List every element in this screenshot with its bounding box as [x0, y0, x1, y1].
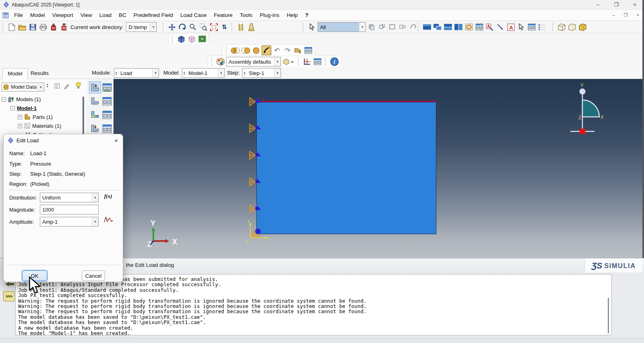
redo-icon[interactable]: ↷ [283, 46, 292, 55]
menu-help[interactable]: Help [283, 10, 301, 21]
step-combo[interactable]: ▴▾ Step-1 ▾ [242, 68, 281, 78]
chevron-down-icon[interactable]: ▾ [274, 69, 281, 77]
tile-horizontal-icon[interactable] [443, 22, 453, 32]
menu-load[interactable]: Load [96, 10, 115, 21]
close-button[interactable]: × [625, 0, 644, 10]
cancel-button[interactable]: Cancel [82, 270, 105, 281]
translucency-icon[interactable] [282, 57, 295, 67]
menu-feature[interactable]: Feature [210, 10, 236, 21]
mdi-document-icon[interactable] [2, 12, 9, 19]
edit-annotation-cursor-icon[interactable] [516, 22, 526, 32]
section-view-icon[interactable] [302, 57, 312, 67]
open-database-icon[interactable] [17, 22, 27, 32]
toolbar-grip[interactable] [163, 23, 165, 31]
solid-cube-icon[interactable] [176, 34, 186, 44]
view-options-icon[interactable] [236, 22, 246, 32]
load-manager-button[interactable] [101, 81, 113, 94]
annotation-manager-icon[interactable] [527, 22, 537, 32]
menu-view[interactable]: View [77, 10, 96, 21]
combine-intersect-icon[interactable] [241, 46, 250, 55]
display-group-manager-icon[interactable] [313, 57, 322, 67]
dashed-cube-icon[interactable] [187, 34, 196, 44]
run-script-icon[interactable] [49, 22, 58, 32]
tree-scope-combo[interactable]: Model Data ▾ [2, 83, 44, 91]
create-load-case-button[interactable] [89, 123, 101, 135]
amplitude-combo[interactable]: Amp-1 ▾ [40, 217, 99, 227]
combine-single-icon[interactable] [251, 46, 261, 55]
maximize-viewport-icon[interactable] [422, 22, 432, 32]
create-predefined-field-button[interactable] [89, 109, 101, 121]
print-icon[interactable] [38, 22, 48, 32]
tab-model[interactable]: Model [2, 68, 28, 79]
toolbar-grip[interactable] [231, 23, 233, 31]
selection-manager-icon[interactable] [303, 46, 313, 55]
new-model-database-icon[interactable] [7, 22, 17, 32]
work-directory-combo[interactable]: D:\temp ▾ [126, 22, 157, 32]
menu-load-case[interactable]: Load Case [177, 10, 210, 21]
fx-expression-button[interactable]: f(x) [104, 193, 112, 200]
menu-plug-ins[interactable]: Plug-ins [256, 10, 283, 21]
rotate-view-icon[interactable] [178, 22, 187, 32]
chevron-down-icon[interactable]: ▾ [37, 83, 44, 91]
color-code-palette-icon[interactable] [216, 57, 225, 67]
graphics-options-icon[interactable] [246, 22, 256, 32]
text-annotation-icon[interactable]: A [506, 22, 516, 32]
select-box-icon[interactable] [388, 22, 397, 32]
create-load-button[interactable] [89, 81, 101, 94]
toolbar-grip[interactable] [211, 58, 213, 66]
menu-predefined-field[interactable]: Predefined Field [130, 10, 177, 21]
create-bc-button[interactable] [89, 95, 101, 107]
dialog-close-icon[interactable]: × [114, 137, 118, 144]
toolbar-grip[interactable] [2, 23, 4, 31]
spinner-icon[interactable]: ▴▾ [182, 71, 186, 75]
tree-item-parts[interactable]: + Parts (1) [18, 113, 53, 121]
toolbar-grip[interactable] [325, 58, 327, 66]
menu-bc[interactable]: BC [115, 10, 130, 21]
chevron-down-icon[interactable]: ▾ [359, 23, 365, 31]
query-objects-icon[interactable] [293, 46, 303, 55]
select-group-icon[interactable] [377, 22, 387, 32]
select-entity-icon[interactable] [367, 22, 376, 32]
save-database-icon[interactable] [28, 22, 37, 32]
wireframe-render-icon[interactable] [557, 22, 566, 32]
create-arrow-annotation-icon[interactable] [495, 22, 505, 32]
spinner-icon[interactable]: ▴▾ [114, 71, 118, 75]
menu-model[interactable]: Model [27, 10, 49, 21]
box-zoom-icon[interactable] [198, 22, 208, 32]
selection-filter-combo[interactable]: All ▾ [318, 22, 366, 32]
context-help-button[interactable]: ? [301, 10, 312, 21]
message-scrollbar[interactable] [608, 298, 609, 333]
chevron-down-icon[interactable]: ▾ [274, 57, 281, 66]
menu-viewport[interactable]: Viewport [49, 10, 77, 21]
create-text-annotation-icon[interactable]: A [485, 22, 495, 32]
child-close-button[interactable]: × [637, 12, 639, 18]
message-area-tab-icon[interactable] [5, 281, 14, 287]
tile-vertical-icon[interactable] [454, 22, 463, 32]
toolbar-grip[interactable] [66, 23, 68, 31]
tree-spin-icon[interactable]: ▴▾ [47, 83, 48, 88]
cycle-views-icon[interactable]: ⇅ [219, 22, 229, 32]
fit-view-icon[interactable] [209, 22, 219, 32]
info-icon[interactable]: i [329, 57, 340, 67]
chevron-down-icon[interactable]: ▾ [150, 23, 156, 31]
replace-selection-icon[interactable] [262, 46, 271, 55]
toolbar-grip[interactable] [226, 46, 228, 54]
select-circle-icon[interactable] [398, 22, 408, 32]
expand-icon[interactable]: + [18, 115, 22, 119]
spinner-icon[interactable]: ▴▾ [243, 71, 247, 75]
tree-scrollbar[interactable] [83, 97, 84, 135]
select-cursor-icon[interactable] [307, 22, 317, 32]
kernel-cli-button[interactable]: >>> [3, 291, 14, 301]
tree-item-model-1[interactable]: − Model-1 [10, 104, 37, 112]
combine-union-icon[interactable] [230, 46, 240, 55]
toolbar-grip[interactable] [481, 23, 483, 31]
chevron-down-icon[interactable]: ▾ [92, 217, 98, 226]
link-viewports-icon[interactable] [464, 22, 474, 32]
menu-tools[interactable]: Tools [236, 10, 256, 21]
tab-results[interactable]: Results [26, 68, 54, 79]
distribution-combo[interactable]: Uniform ▾ [40, 193, 99, 202]
restore-button[interactable]: ❐ [607, 0, 625, 10]
chevron-down-icon[interactable]: ▾ [152, 69, 159, 77]
hidden-line-render-icon[interactable] [567, 22, 577, 32]
module-combo[interactable]: ▴▾ Load ▾ [114, 68, 159, 78]
